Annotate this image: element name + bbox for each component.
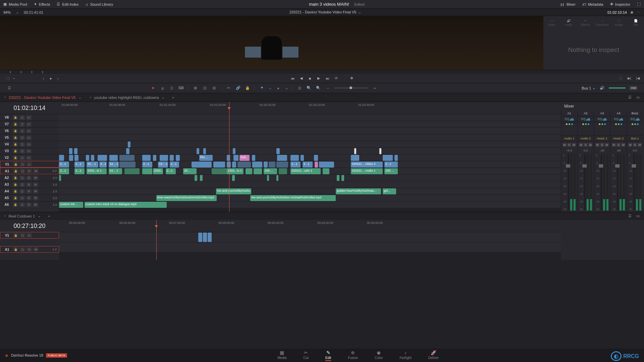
selection-tool[interactable]: ➤ xyxy=(150,85,156,91)
clip[interactable]: 2202...io 1 xyxy=(153,168,163,174)
page-deliver[interactable]: 🚀Deliver xyxy=(428,350,439,361)
clip[interactable] xyxy=(200,175,203,181)
mixer-strip-Bus1[interactable]: Bus1 EQ Bus 1 MSM 0.0 0-5-10-15-20-30-40… xyxy=(627,111,643,212)
clip[interactable] xyxy=(276,148,280,154)
clip[interactable]: 2...1 xyxy=(99,162,107,168)
clip[interactable]: 220 ... xyxy=(384,168,398,174)
clip[interactable]: 2...1 xyxy=(74,162,85,168)
add-lower-tab[interactable]: + xyxy=(45,214,53,218)
clip[interactable]: 2202...io 1 xyxy=(87,168,107,174)
track-v2[interactable]: film ... Soli... xyxy=(59,154,561,161)
track-a6[interactable]: custom intr... custom intro track v3 no … xyxy=(59,201,561,208)
clip[interactable] xyxy=(203,148,206,154)
mute-button[interactable]: M xyxy=(33,202,38,207)
clip[interactable] xyxy=(198,233,202,242)
clip[interactable] xyxy=(319,162,334,168)
clip[interactable] xyxy=(267,175,269,181)
lock-icon[interactable]: 🔒 xyxy=(13,169,18,173)
timeline-tab-2[interactable]: × youtube video highlight REEL cutdowns … xyxy=(86,93,169,102)
clip[interactable]: me-and-you%20by%20oliver-michael%20Artli… xyxy=(250,195,336,201)
proxy-icon[interactable]: ◉ xyxy=(630,10,634,14)
chevron-down-icon[interactable]: ⌄ xyxy=(78,95,82,100)
track-v6[interactable] xyxy=(59,127,561,134)
clip[interactable] xyxy=(74,148,77,154)
track-a1[interactable]: 2...1 2...1 2202...io 1 34... 1 2202...i… xyxy=(59,168,561,174)
clip[interactable] xyxy=(119,162,136,168)
speaker-icon[interactable]: 🔊 xyxy=(599,85,605,91)
auto-select-icon[interactable]: ◻ xyxy=(19,202,25,207)
lock-icon[interactable]: 🔒 xyxy=(13,156,18,160)
lock-icon[interactable]: 🔒 xyxy=(13,135,18,140)
track-v1[interactable]: 2...1 2...1 22... 1 2...1 22... 1 2...1 … xyxy=(59,161,561,168)
track-header-a2[interactable]: A2🔒◻SM2.0 xyxy=(0,174,59,181)
clip[interactable] xyxy=(246,168,252,174)
clip[interactable]: me-and-you%20by%20o... xyxy=(216,188,251,194)
edit-index-toggle[interactable]: ☰Edit Index xyxy=(57,2,78,6)
lock-icon[interactable]: 🔒 xyxy=(13,189,18,194)
chevron-down-icon[interactable]: ⌄ xyxy=(16,10,19,14)
clip[interactable] xyxy=(142,168,152,174)
mixer-eq-button[interactable]: EQ xyxy=(561,116,577,122)
disable-icon[interactable]: ▭ xyxy=(26,162,32,167)
clip[interactable]: time-warp%20by%20notize%20Artlist.mp3 xyxy=(156,195,217,201)
clip[interactable] xyxy=(176,155,180,161)
zoom-fit-icon[interactable]: ⊡ xyxy=(297,85,302,91)
mute-button[interactable]: M xyxy=(628,143,632,147)
next-edit-icon[interactable]: ▶| xyxy=(627,76,632,81)
clip[interactable] xyxy=(233,155,238,161)
auto-select-icon[interactable]: ◻ xyxy=(19,129,25,133)
track-header-v6[interactable]: V6🔒◻▭ xyxy=(0,127,59,134)
mute-button[interactable]: M xyxy=(595,143,599,147)
clip[interactable] xyxy=(160,155,168,161)
inspector-tab-audio[interactable]: 🔊Audio xyxy=(560,16,577,29)
clip[interactable] xyxy=(354,148,356,154)
clip[interactable] xyxy=(98,155,107,161)
mute-button[interactable]: M xyxy=(33,196,38,200)
lower-track-header-v1[interactable]: V1🔒◻▭ xyxy=(0,232,59,239)
clip[interactable] xyxy=(264,162,268,168)
view-options-icon[interactable]: ☰ xyxy=(7,85,12,91)
chevron-down-icon[interactable]: ⌄ xyxy=(162,95,165,100)
track-header-a3[interactable]: A3🔒◻SM2.0 xyxy=(0,181,59,188)
chevron-down-icon[interactable]: ⌄ xyxy=(38,214,41,218)
clip[interactable]: 2...1 xyxy=(290,162,301,168)
solo-button[interactable]: S xyxy=(26,182,32,187)
auto-select-icon[interactable]: ◻ xyxy=(19,176,25,180)
clip[interactable] xyxy=(394,155,398,161)
solo-button[interactable]: S xyxy=(26,189,32,194)
mixer-fader[interactable]: 0-5-10-15-20-30-40-50 xyxy=(594,153,609,212)
inspector-tab-effects[interactable]: ✦Effects xyxy=(577,16,594,29)
clip[interactable]: film ... xyxy=(199,155,213,161)
solo-button[interactable]: S xyxy=(26,169,32,173)
lock-icon[interactable]: 🔒 xyxy=(13,202,18,207)
mixer-pan-area[interactable] xyxy=(581,122,591,135)
page-color[interactable]: ◉Color xyxy=(375,350,383,361)
clip[interactable]: Soli... xyxy=(239,155,250,161)
monitor-bus-dropdown[interactable]: Bus 1 ⌄ xyxy=(582,86,595,90)
mixer-fader[interactable]: 0-5-10-15-20-30-40-50 xyxy=(611,153,626,212)
clip[interactable] xyxy=(252,162,262,168)
lower-ruler[interactable]: 00:26:00:00 00:26:40:00 00:27:20:00 00:2… xyxy=(59,220,561,232)
mute-button[interactable]: M xyxy=(33,189,38,194)
clip[interactable] xyxy=(109,155,118,161)
inspector-tab-file[interactable]: 📄File xyxy=(627,16,644,29)
lock-icon[interactable]: 🔒 xyxy=(245,85,250,91)
clip[interactable] xyxy=(142,155,151,161)
track-header-a4[interactable]: A4🔒◻SM2.0 xyxy=(0,188,59,194)
clip[interactable] xyxy=(59,155,64,161)
clip[interactable]: 20... xyxy=(183,168,197,174)
auto-select-icon[interactable]: ◻ xyxy=(19,182,25,187)
zoom-percent[interactable]: 94% xyxy=(3,10,11,14)
clip[interactable] xyxy=(74,155,78,161)
clip[interactable]: 22... 1 xyxy=(158,162,168,168)
clip[interactable] xyxy=(59,175,61,181)
clip[interactable]: 22... 1 xyxy=(87,162,98,168)
stop-button[interactable]: ■ xyxy=(307,76,313,81)
media-pool-toggle[interactable]: ▦Media Pool xyxy=(3,2,27,6)
chevron-down-icon[interactable]: ⌄ xyxy=(269,86,272,90)
track-header-v8[interactable]: V8🔒◻▭ xyxy=(0,114,59,121)
add-timeline-tab[interactable]: + xyxy=(169,96,177,100)
disable-icon[interactable]: ▭ xyxy=(26,233,32,238)
move-tool-icon[interactable]: ✥ xyxy=(348,76,355,81)
ruler[interactable]: 01:00:00:00 01:00:38:00 01:01:16:00 01:0… xyxy=(59,102,561,114)
